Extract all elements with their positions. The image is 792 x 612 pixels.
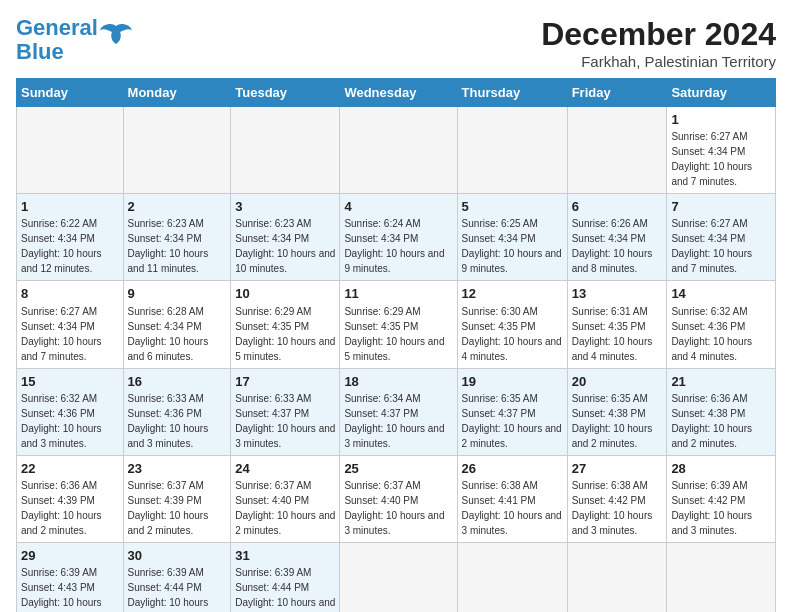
sunset-info: Sunset: 4:38 PM [572,408,646,419]
daylight-info: Daylight: 10 hours and 10 minutes. [235,248,335,274]
sunset-info: Sunset: 4:34 PM [21,321,95,332]
day-number: 3 [235,198,335,216]
daylight-info: Daylight: 10 hours and 5 minutes. [344,336,444,362]
daylight-info: Daylight: 10 hours and 2 minutes. [128,510,209,536]
calendar-cell: 16Sunrise: 6:33 AMSunset: 4:36 PMDayligh… [123,368,231,455]
calendar-week-row: 8Sunrise: 6:27 AMSunset: 4:34 PMDaylight… [17,281,776,368]
sunset-info: Sunset: 4:34 PM [671,233,745,244]
sunset-info: Sunset: 4:35 PM [462,321,536,332]
calendar-cell [17,107,124,194]
day-number: 21 [671,373,771,391]
title-area: December 2024 Farkhah, Palestinian Terri… [541,16,776,70]
sunset-info: Sunset: 4:43 PM [21,582,95,593]
sunrise-info: Sunrise: 6:31 AM [572,306,648,317]
sunrise-info: Sunrise: 6:39 AM [21,567,97,578]
sunset-info: Sunset: 4:34 PM [21,233,95,244]
calendar-cell: 28Sunrise: 6:39 AMSunset: 4:42 PMDayligh… [667,455,776,542]
calendar-cell: 3Sunrise: 6:23 AMSunset: 4:34 PMDaylight… [231,194,340,281]
day-number: 11 [344,285,452,303]
day-number: 10 [235,285,335,303]
calendar-cell [457,542,567,612]
column-header-wednesday: Wednesday [340,79,457,107]
daylight-info: Daylight: 10 hours and 4 minutes. [572,336,653,362]
calendar-cell: 18Sunrise: 6:34 AMSunset: 4:37 PMDayligh… [340,368,457,455]
day-number: 31 [235,547,335,565]
sunrise-info: Sunrise: 6:32 AM [671,306,747,317]
calendar-cell [567,107,667,194]
calendar-cell: 1Sunrise: 6:27 AMSunset: 4:34 PMDaylight… [667,107,776,194]
sunset-info: Sunset: 4:35 PM [344,321,418,332]
sunset-info: Sunset: 4:34 PM [344,233,418,244]
day-number: 29 [21,547,119,565]
day-number: 4 [344,198,452,216]
calendar-cell: 30Sunrise: 6:39 AMSunset: 4:44 PMDayligh… [123,542,231,612]
day-number: 2 [128,198,227,216]
sunrise-info: Sunrise: 6:28 AM [128,306,204,317]
sunset-info: Sunset: 4:36 PM [128,408,202,419]
sunset-info: Sunset: 4:37 PM [462,408,536,419]
sunrise-info: Sunrise: 6:39 AM [128,567,204,578]
day-number: 14 [671,285,771,303]
calendar-week-row: 15Sunrise: 6:32 AMSunset: 4:36 PMDayligh… [17,368,776,455]
calendar-cell: 13Sunrise: 6:31 AMSunset: 4:35 PMDayligh… [567,281,667,368]
logo-bird-icon [100,22,132,50]
calendar-cell [667,542,776,612]
sunset-info: Sunset: 4:37 PM [344,408,418,419]
calendar-cell: 12Sunrise: 6:30 AMSunset: 4:35 PMDayligh… [457,281,567,368]
day-number: 25 [344,460,452,478]
sunrise-info: Sunrise: 6:36 AM [21,480,97,491]
calendar-cell [340,107,457,194]
day-number: 13 [572,285,663,303]
sunrise-info: Sunrise: 6:35 AM [462,393,538,404]
day-number: 24 [235,460,335,478]
calendar-cell: 20Sunrise: 6:35 AMSunset: 4:38 PMDayligh… [567,368,667,455]
sunset-info: Sunset: 4:41 PM [462,495,536,506]
sunset-info: Sunset: 4:40 PM [344,495,418,506]
sunset-info: Sunset: 4:34 PM [128,321,202,332]
calendar-table: SundayMondayTuesdayWednesdayThursdayFrid… [16,78,776,612]
calendar-week-row: 1Sunrise: 6:22 AMSunset: 4:34 PMDaylight… [17,194,776,281]
sunset-info: Sunset: 4:34 PM [235,233,309,244]
sunrise-info: Sunrise: 6:30 AM [462,306,538,317]
daylight-info: Daylight: 10 hours and 2 minutes. [572,423,653,449]
calendar-cell: 14Sunrise: 6:32 AMSunset: 4:36 PMDayligh… [667,281,776,368]
sunset-info: Sunset: 4:39 PM [128,495,202,506]
day-number: 6 [572,198,663,216]
day-number: 18 [344,373,452,391]
calendar-cell: 15Sunrise: 6:32 AMSunset: 4:36 PMDayligh… [17,368,124,455]
sunset-info: Sunset: 4:39 PM [21,495,95,506]
daylight-info: Daylight: 10 hours and 7 minutes. [21,336,102,362]
day-number: 23 [128,460,227,478]
day-number: 17 [235,373,335,391]
day-number: 16 [128,373,227,391]
daylight-info: Daylight: 10 hours and 5 minutes. [235,336,335,362]
sunrise-info: Sunrise: 6:37 AM [344,480,420,491]
sunrise-info: Sunrise: 6:29 AM [235,306,311,317]
sunrise-info: Sunrise: 6:25 AM [462,218,538,229]
daylight-info: Daylight: 10 hours and 3 minutes. [344,423,444,449]
daylight-info: Daylight: 10 hours and 3 minutes. [128,423,209,449]
daylight-info: Daylight: 10 hours and 9 minutes. [344,248,444,274]
sunrise-info: Sunrise: 6:27 AM [671,218,747,229]
calendar-cell: 11Sunrise: 6:29 AMSunset: 4:35 PMDayligh… [340,281,457,368]
sunset-info: Sunset: 4:44 PM [128,582,202,593]
day-number: 7 [671,198,771,216]
calendar-cell: 9Sunrise: 6:28 AMSunset: 4:34 PMDaylight… [123,281,231,368]
day-number: 30 [128,547,227,565]
sunset-info: Sunset: 4:40 PM [235,495,309,506]
day-number: 20 [572,373,663,391]
calendar-cell: 31Sunrise: 6:39 AMSunset: 4:44 PMDayligh… [231,542,340,612]
column-header-tuesday: Tuesday [231,79,340,107]
day-number: 1 [671,111,771,129]
daylight-info: Daylight: 10 hours and 12 minutes. [21,248,102,274]
main-title: December 2024 [541,16,776,53]
sunset-info: Sunset: 4:34 PM [671,146,745,157]
sunrise-info: Sunrise: 6:39 AM [671,480,747,491]
sunrise-info: Sunrise: 6:38 AM [572,480,648,491]
calendar-cell: 23Sunrise: 6:37 AMSunset: 4:39 PMDayligh… [123,455,231,542]
sunrise-info: Sunrise: 6:38 AM [462,480,538,491]
daylight-info: Daylight: 10 hours and 4 minutes. [235,597,335,612]
sunset-info: Sunset: 4:37 PM [235,408,309,419]
day-number: 26 [462,460,563,478]
calendar-cell: 27Sunrise: 6:38 AMSunset: 4:42 PMDayligh… [567,455,667,542]
